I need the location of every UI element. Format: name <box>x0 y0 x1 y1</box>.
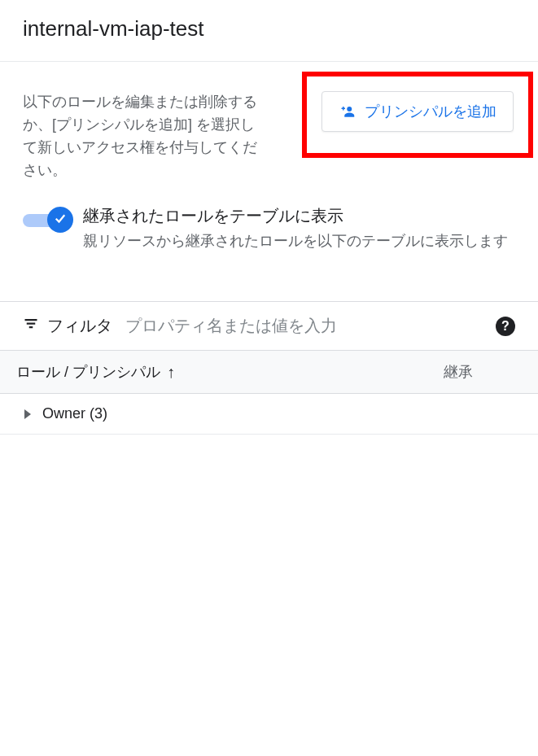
filter-icon <box>23 317 39 335</box>
description-text: 以下のロールを編集または削除するか、[プリンシパルを追加] を選択して新しいアク… <box>23 91 259 182</box>
table-row[interactable]: Owner (3) <box>0 394 538 435</box>
check-icon <box>53 211 68 229</box>
expand-icon <box>24 409 31 419</box>
toggle-text: 継承されたロールをテーブルに表示 親リソースから継承されたロールを以下のテーブル… <box>83 205 515 253</box>
sort-ascending-icon: ↑ <box>167 363 175 382</box>
toggle-subtitle: 親リソースから継承されたロールを以下のテーブルに表示します <box>83 230 515 253</box>
column-role-label: ロール / プリンシパル <box>16 362 160 382</box>
table-header: ロール / プリンシパル ↑ 継承 <box>0 350 538 394</box>
filter-bar: フィルタ プロパティ名または値を入力 ? <box>0 301 538 350</box>
row-label: Owner (3) <box>42 405 107 422</box>
svg-rect-1 <box>25 319 37 321</box>
column-role-principal[interactable]: ロール / プリンシパル ↑ <box>16 362 444 382</box>
filter-input[interactable]: プロパティ名または値を入力 <box>125 315 483 337</box>
toggle-section: 継承されたロールをテーブルに表示 親リソースから継承されたロールを以下のテーブル… <box>0 205 538 286</box>
inherited-roles-toggle[interactable] <box>23 208 68 231</box>
svg-rect-2 <box>27 323 36 325</box>
svg-rect-3 <box>29 326 33 328</box>
add-person-icon <box>339 104 356 119</box>
add-principal-label: プリンシパルを追加 <box>365 102 496 121</box>
header: internal-vm-iap-test <box>0 0 538 62</box>
filter-label-text: フィルタ <box>47 315 112 337</box>
add-principal-button[interactable]: プリンシパルを追加 <box>321 91 514 132</box>
page-title: internal-vm-iap-test <box>23 16 515 42</box>
svg-point-0 <box>347 107 352 111</box>
top-section: 以下のロールを編集または削除するか、[プリンシパルを追加] を選択して新しいアク… <box>0 62 538 205</box>
toggle-thumb <box>47 207 73 233</box>
callout-highlight: プリンシパルを追加 <box>302 72 533 158</box>
toggle-title: 継承されたロールをテーブルに表示 <box>83 205 515 227</box>
column-inheritance[interactable]: 継承 <box>444 362 522 382</box>
filter-label: フィルタ <box>23 315 112 337</box>
help-icon[interactable]: ? <box>496 317 515 336</box>
